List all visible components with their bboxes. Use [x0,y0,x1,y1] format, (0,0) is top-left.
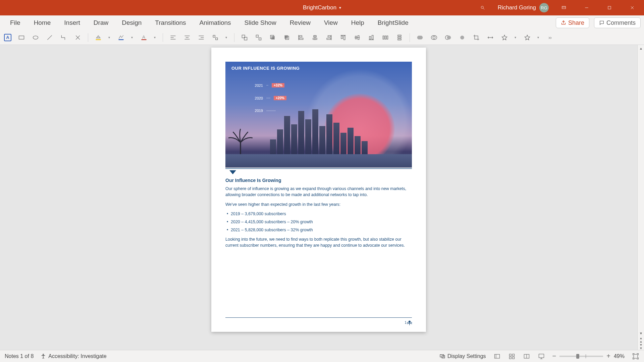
align-right-icon[interactable] [197,34,205,42]
display-settings-button[interactable]: Display Settings [439,353,486,359]
svg-rect-31 [259,38,261,40]
footer-logo-icon [406,318,413,326]
zoom-slider[interactable] [559,356,603,357]
document-title[interactable]: BrightCarbon ▾ [303,4,341,11]
ungroup-icon[interactable] [255,34,263,42]
merge-shapes-intersect-icon[interactable] [458,34,466,42]
tab-slide-show[interactable]: Slide Show [238,15,283,30]
slideshow-view-icon[interactable] [538,353,545,360]
notes-heading: Our Influence Is Growing [225,177,412,184]
reading-view-icon[interactable] [523,353,530,360]
oval-icon[interactable] [32,34,40,42]
notes-body[interactable]: Our Influence Is Growing Our sphere of i… [225,177,412,252]
chevron-down-icon[interactable]: ▾ [108,36,111,39]
align-center-icon[interactable] [183,34,191,42]
comments-button[interactable]: Comments [594,17,641,28]
svg-rect-75 [442,355,444,358]
search-icon[interactable] [475,0,490,15]
group-icon[interactable] [240,34,249,42]
tab-transitions[interactable]: Transitions [148,15,193,30]
zoom-percent[interactable]: 49% [614,353,625,359]
comments-label: Comments [606,19,636,26]
accessibility-button[interactable]: Accessibility: Investigate [40,353,106,359]
tab-brightslide[interactable]: BrightSlide [371,15,415,30]
connector-icon[interactable] [60,34,68,42]
tab-design[interactable]: Design [115,15,148,30]
shape-outline-icon[interactable] [117,34,125,42]
scroll-up-icon[interactable]: ▲ [638,45,644,52]
chevron-down-icon[interactable]: ▾ [515,36,517,39]
chevron-down-icon[interactable]: ▾ [225,36,228,39]
vertical-scrollbar[interactable]: ▲ ▼ ▲▲ ▼▼ [637,45,644,350]
ribbon-display-options-icon[interactable] [556,0,572,15]
merge-shapes-combine-icon[interactable] [430,34,438,42]
slide-thumbnail[interactable]: OUR INFLUENCE IS GROWING 2021+32% 2020+2… [225,62,412,168]
fit-to-window-icon[interactable] [632,353,639,360]
align-objects-icon[interactable] [211,34,219,42]
svg-rect-44 [327,38,331,39]
text-box-icon[interactable]: A [4,34,11,41]
chevron-down-icon[interactable]: ▾ [154,36,157,39]
user-name: Richard Goring [498,4,536,11]
send-backward-icon[interactable] [283,34,291,42]
close-button[interactable] [625,0,640,15]
distribute-vertical-icon[interactable] [395,34,404,42]
svg-rect-5 [608,6,611,9]
shape-fill-icon[interactable] [94,34,102,42]
star-animation-2-icon[interactable] [523,34,531,42]
slide-sorter-view-icon[interactable] [508,353,516,360]
merge-shapes-union-icon[interactable] [416,34,424,42]
chevron-down-icon[interactable]: ▾ [131,36,134,39]
star-animation-icon[interactable] [500,34,508,42]
font-color-icon[interactable]: A [140,34,148,42]
align-top-objects-icon[interactable] [339,34,347,42]
overflow-icon[interactable]: ›› [546,34,554,42]
tab-file[interactable]: File [3,15,27,30]
align-left-objects-icon[interactable] [297,34,305,42]
crop-icon[interactable] [472,34,480,42]
align-bottom-objects-icon[interactable] [367,34,375,42]
svg-rect-54 [383,36,384,39]
tab-animations[interactable]: Animations [193,15,238,30]
align-center-objects-icon[interactable] [311,34,319,42]
align-middle-objects-icon[interactable] [353,34,361,42]
svg-line-1 [483,8,484,10]
bring-forward-icon[interactable] [269,34,277,42]
data-row-2021: 2021+32% [253,83,284,87]
merge-shapes-fragment-icon[interactable] [444,34,452,42]
svg-rect-87 [634,354,638,358]
maximize-button[interactable] [602,0,617,15]
normal-view-icon[interactable] [493,353,501,360]
editing-canvas[interactable]: OUR INFLUENCE IS GROWING 2021+32% 2020+2… [0,45,637,350]
tab-draw[interactable]: Draw [87,15,115,30]
account-button[interactable]: Richard Goring RG [498,3,549,12]
tab-help[interactable]: Help [344,15,371,30]
scroll-down-icon[interactable]: ▼ [638,330,644,337]
zoom-out-button[interactable]: − [552,352,556,360]
data-row-2020: 2020+20% [253,96,286,100]
line-icon[interactable] [46,34,54,42]
document-title-text: BrightCarbon [303,4,336,11]
tab-review[interactable]: Review [283,15,317,30]
tab-label: Help [351,19,364,26]
distribute-horizontal-icon[interactable] [381,34,389,42]
zoom-in-button[interactable]: + [606,352,610,360]
align-right-objects-icon[interactable] [325,34,333,42]
previous-page-icon[interactable]: ▲▲ [638,337,644,343]
list-item: 2019 – 3,679,000 subscribers [225,211,412,217]
tab-insert[interactable]: Insert [57,15,87,30]
share-button[interactable]: Share [556,17,589,28]
next-page-icon[interactable]: ▼▼ [638,343,644,350]
slide-title: OUR INFLUENCE IS GROWING [231,66,300,71]
notes-count[interactable]: Notes 1 of 8 [5,353,34,359]
minimize-button[interactable] [579,0,594,15]
chevron-down-icon[interactable]: ▾ [537,36,540,39]
tab-home[interactable]: Home [27,15,58,30]
delete-icon[interactable] [74,34,82,42]
size-position-icon[interactable] [486,34,494,42]
svg-rect-13 [96,39,101,40]
rectangle-icon[interactable] [17,34,25,42]
align-left-icon[interactable] [169,34,177,42]
tab-view[interactable]: View [317,15,344,30]
notes-page[interactable]: OUR INFLUENCE IS GROWING 2021+32% 2020+2… [211,48,426,332]
